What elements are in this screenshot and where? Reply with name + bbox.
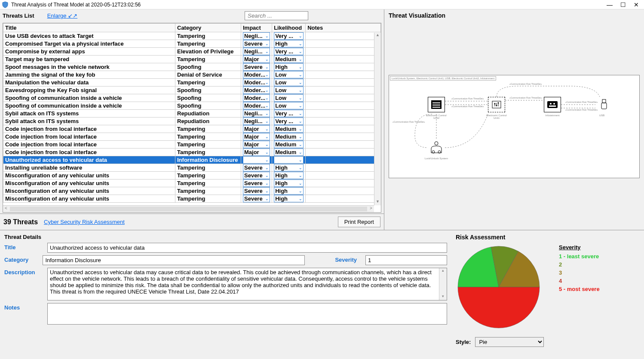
likelihood-dropdown[interactable]: Low⌄: [274, 71, 304, 78]
enlarge-link[interactable]: Enlarge ↙↗: [47, 12, 77, 19]
likelihood-dropdown[interactable]: Very ...⌄: [274, 32, 304, 40]
print-report-button[interactable]: Print Report: [338, 217, 380, 227]
viz-node-infotainment[interactable]: [544, 97, 561, 112]
col-impact[interactable]: Impact: [241, 24, 272, 32]
table-row[interactable]: Misconfiguration of any vehicular unitsT…: [3, 187, 381, 195]
table-row[interactable]: Spoofing of communication inside a vehic…: [3, 102, 381, 110]
likelihood-dropdown[interactable]: Very ...⌄: [274, 118, 304, 125]
table-row[interactable]: Misconfiguration of any vehicular unitsT…: [3, 180, 381, 187]
impact-dropdown[interactable]: Moder...⌄: [243, 71, 270, 78]
likelihood-dropdown[interactable]: High⌄: [274, 187, 304, 195]
impact-dropdown[interactable]: Major⌄: [243, 149, 270, 156]
table-row[interactable]: Misconfiguration of any vehicular unitsT…: [3, 172, 381, 180]
likelihood-dropdown[interactable]: Low⌄: [274, 87, 304, 94]
likelihood-dropdown[interactable]: Medium⌄: [274, 141, 304, 148]
notes-field[interactable]: [47, 303, 447, 325]
table-row[interactable]: Code injection from local interfaceTampe…: [3, 125, 381, 133]
severity-field[interactable]: 1: [365, 255, 447, 265]
table-row[interactable]: Eavesdropping the Key Fob signalSpoofing…: [3, 87, 381, 94]
table-row[interactable]: Misconfiguration of any vehicular unitsT…: [3, 195, 381, 203]
likelihood-dropdown[interactable]: High⌄: [274, 172, 304, 179]
table-row[interactable]: Spoof messages in the vehicle networkSpo…: [3, 63, 381, 71]
table-row[interactable]: Code injection from local interfaceTampe…: [3, 133, 381, 141]
likelihood-dropdown[interactable]: High⌄: [274, 195, 304, 202]
impact-dropdown[interactable]: Severe⌄: [243, 187, 270, 195]
category-field[interactable]: Information Disclosure: [43, 255, 305, 265]
viz-node-ecu2[interactable]: [428, 97, 445, 112]
likelihood-dropdown[interactable]: Very ...⌄: [274, 156, 304, 164]
table-row[interactable]: Use USB devices to attack TargetTamperin…: [3, 32, 381, 40]
impact-dropdown[interactable]: Moder...⌄: [243, 94, 270, 102]
likelihood-dropdown[interactable]: Low⌄: [274, 94, 304, 102]
impact-dropdown[interactable]: Severe⌄: [243, 63, 270, 71]
table-row[interactable]: Sybil attack on ITS systemsRepudiationNe…: [3, 118, 381, 125]
threats-table[interactable]: Title Category Impact Likelihood Notes U…: [3, 23, 381, 213]
table-row[interactable]: Code injection from local interfaceTampe…: [3, 149, 381, 156]
likelihood-dropdown[interactable]: Very ...⌄: [274, 48, 304, 55]
impact-dropdown[interactable]: Moder...⌄: [243, 102, 270, 109]
svg-text:«Communication Flow ThreatSet»: «Communication Flow ThreatSet»: [565, 101, 598, 103]
likelihood-dropdown[interactable]: Low⌄: [274, 102, 304, 109]
table-row[interactable]: Compromise by external appsElevation of …: [3, 48, 381, 56]
likelihood-dropdown[interactable]: High⌄: [274, 164, 304, 171]
impact-dropdown[interactable]: Moder...⌄: [243, 87, 270, 94]
likelihood-dropdown[interactable]: High⌄: [274, 40, 304, 47]
table-row[interactable]: Target may be tamperedTamperingMajor⌄Med…: [3, 56, 381, 63]
table-row[interactable]: Code injection from local interfaceTampe…: [3, 141, 381, 149]
minimize-icon[interactable]: —: [607, 1, 613, 8]
col-likelihood[interactable]: Likelihood: [272, 24, 306, 32]
title-field[interactable]: Unauthorized access to vehicular data: [47, 243, 447, 253]
impact-dropdown[interactable]: Severe⌄: [243, 164, 270, 171]
viz-node-usb[interactable]: [595, 97, 613, 112]
impact-dropdown[interactable]: Negli...⌄: [243, 118, 270, 125]
col-notes[interactable]: Notes: [306, 24, 381, 32]
col-category[interactable]: Category: [175, 24, 241, 32]
impact-dropdown[interactable]: Major⌄: [243, 141, 270, 148]
horizontal-scrollbar[interactable]: <>: [3, 205, 374, 212]
chevron-down-icon: ⌄: [299, 150, 302, 155]
chevron-down-icon: ⌄: [299, 142, 302, 147]
table-row[interactable]: Installing unreliable softwareTamperingS…: [3, 164, 381, 172]
likelihood-dropdown[interactable]: Very ...⌄: [274, 110, 304, 117]
impact-dropdown[interactable]: Major⌄: [243, 56, 270, 63]
impact-dropdown[interactable]: Severe⌄: [243, 172, 270, 179]
style-select[interactable]: Pie: [475, 337, 544, 347]
impact-dropdown[interactable]: Severe⌄: [243, 195, 270, 202]
impact-dropdown[interactable]: Negli...⌄: [243, 48, 270, 55]
description-field[interactable]: Unauthorized access to vehicular data ma…: [47, 268, 447, 300]
impact-dropdown[interactable]: Major⌄: [243, 133, 270, 140]
table-row[interactable]: Compromised Target via a physical interf…: [3, 40, 381, 48]
table-row[interactable]: Spoofing of communication inside a vehic…: [3, 94, 381, 102]
viz-node-lock[interactable]: [428, 140, 445, 155]
impact-dropdown[interactable]: Negli...⌄: [243, 32, 270, 40]
likelihood-dropdown[interactable]: High⌄: [274, 63, 304, 71]
likelihood-dropdown[interactable]: Medium⌄: [274, 149, 304, 156]
svg-point-8: [494, 103, 496, 105]
col-title[interactable]: Title: [3, 24, 175, 32]
viz-label-ecu2: Electronic Control Unit2: [423, 114, 449, 119]
table-row[interactable]: Manipulation the vehicular dataTampering…: [3, 79, 381, 87]
search-input[interactable]: [245, 11, 308, 20]
table-row[interactable]: Sybil attack on ITS systemsRepudiationNe…: [3, 110, 381, 118]
impact-dropdown[interactable]: Severe⌄: [243, 40, 270, 47]
legend-item: 4: [559, 278, 600, 284]
impact-dropdown[interactable]: Negli...⌄: [243, 156, 270, 164]
maximize-icon[interactable]: ☐: [620, 1, 626, 8]
impact-dropdown[interactable]: Major⌄: [243, 125, 270, 133]
likelihood-dropdown[interactable]: Medium⌄: [274, 56, 304, 63]
likelihood-dropdown[interactable]: Medium⌄: [274, 125, 304, 133]
table-row[interactable]: Unauthorized access to vehicular dataInf…: [3, 156, 381, 164]
description-scrollbar[interactable]: ▴▾: [439, 268, 447, 300]
risk-assessment-link[interactable]: Cyber Security Risk Assessment: [44, 219, 125, 225]
impact-dropdown[interactable]: Negli...⌄: [243, 110, 270, 117]
vertical-scrollbar[interactable]: ▲▼: [374, 33, 381, 205]
impact-dropdown[interactable]: Moder...⌄: [243, 79, 270, 86]
impact-dropdown[interactable]: Severe⌄: [243, 180, 270, 187]
likelihood-dropdown[interactable]: Low⌄: [274, 79, 304, 86]
likelihood-dropdown[interactable]: High⌄: [274, 180, 304, 187]
viz-node-ecu1[interactable]: [488, 97, 505, 112]
visualization-canvas[interactable]: Lock/Unlock System, Electronic Control U…: [389, 75, 640, 178]
likelihood-dropdown[interactable]: Medium⌄: [274, 133, 304, 140]
close-icon[interactable]: ✕: [634, 1, 639, 8]
table-row[interactable]: Jamming the signal of the key fobDenial …: [3, 71, 381, 79]
